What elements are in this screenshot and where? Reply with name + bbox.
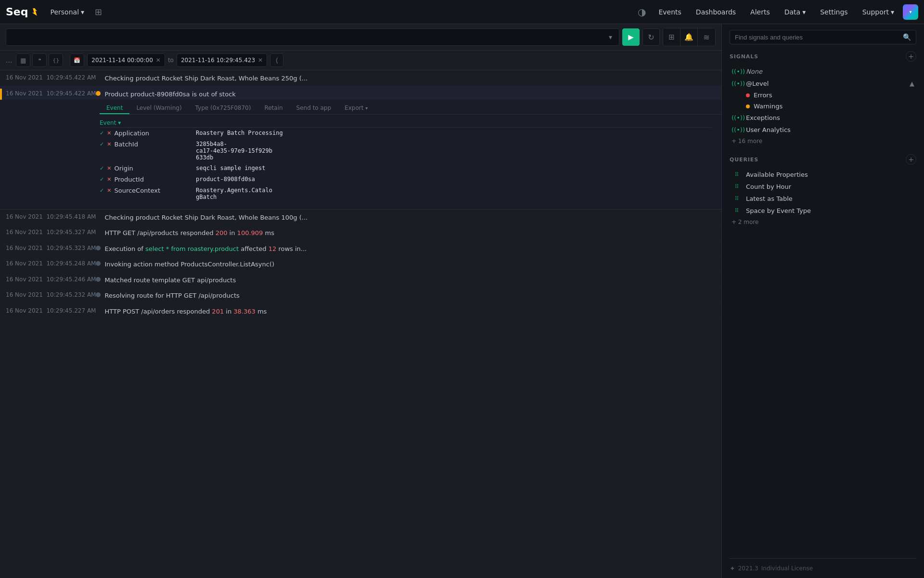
events-list: 16 Nov 2021 10:29:45.422 AM Checking pro… xyxy=(0,70,721,578)
event-message: HTTP GET /api/products responded 200 in … xyxy=(104,227,716,238)
wave-icon: ≋ xyxy=(703,33,709,42)
nav-dashboards[interactable]: Dashboards xyxy=(690,6,742,18)
query-item-count-by-hour[interactable]: ⠿ Count by Hour xyxy=(730,181,916,193)
signal-label: User Analytics xyxy=(746,126,914,133)
signals-search-input[interactable] xyxy=(735,34,903,41)
date-nav-btn[interactable]: ⟨ xyxy=(270,53,283,67)
nav-settings[interactable]: Settings xyxy=(814,6,853,18)
signal-item-exceptions[interactable]: ((•)) Exceptions xyxy=(730,112,916,124)
table-row[interactable]: 16 Nov 2021 10:29:45.422 AM Product prod… xyxy=(0,86,721,100)
quote-view-btn[interactable]: ❝ xyxy=(32,53,47,67)
ex-icon[interactable]: ✕ xyxy=(107,165,111,171)
signal-broadcast-icon: ((•)) xyxy=(732,114,742,121)
property-key: ✓ ✕ BatchId xyxy=(100,141,196,148)
signal-child-warnings[interactable]: Warnings xyxy=(744,101,916,112)
key-label: SourceContext xyxy=(114,187,160,194)
json-view-btn[interactable]: {} xyxy=(49,53,63,67)
theme-toggle-icon[interactable]: ◑ xyxy=(634,6,650,18)
nav-events[interactable]: Events xyxy=(653,6,687,18)
play-button[interactable]: ▶ xyxy=(622,28,640,46)
detail-properties: ✓ ✕ Application Roastery Batch Processin… xyxy=(100,128,712,202)
alert-btn[interactable]: 🔔 xyxy=(680,28,698,46)
tab-level[interactable]: Level (Warning) xyxy=(129,103,188,114)
ex-icon[interactable]: ✕ xyxy=(107,130,111,136)
query-item-latest-as-table[interactable]: ⠿ Latest as Table xyxy=(730,193,916,205)
check-icon[interactable]: ✓ xyxy=(100,187,104,194)
query-item-space-by-event-type[interactable]: ⠿ Space by Event Type xyxy=(730,205,916,217)
view-type-group: ⊞ 🔔 ≋ xyxy=(663,28,716,46)
chevron-up-icon[interactable]: ▲ xyxy=(910,80,914,87)
ex-icon[interactable]: ✕ xyxy=(107,141,111,147)
signals-section-title: SIGNALS xyxy=(730,53,758,60)
response-time: 38.363 xyxy=(233,308,256,315)
signal-label: Exceptions xyxy=(746,114,914,121)
event-timestamp: 16 Nov 2021 10:29:45.248 AM xyxy=(0,259,96,267)
event-col-header: Event ▾ xyxy=(100,119,121,126)
query-dropdown-btn[interactable]: ▾ xyxy=(607,33,614,41)
check-icon[interactable]: ✓ xyxy=(100,176,104,183)
check-icon[interactable]: ✓ xyxy=(100,165,104,171)
event-message: Checking product Rocket Ship Dark Roast,… xyxy=(104,73,716,83)
calendar-icon: 📅 xyxy=(74,57,80,64)
signal-level-group: ((•)) @Level ▲ Errors Warnings xyxy=(730,78,916,112)
gear-icon: ✦ xyxy=(730,565,735,572)
table-row[interactable]: 16 Nov 2021 10:29:45.327 AM HTTP GET /ap… xyxy=(0,225,721,241)
table-row[interactable]: 16 Nov 2021 10:29:45.422 AM Checking pro… xyxy=(0,70,721,86)
table-row[interactable]: 16 Nov 2021 10:29:45.232 AM Resolving ro… xyxy=(0,288,721,303)
from-date-clear-btn[interactable]: ✕ xyxy=(156,57,161,64)
queries-add-btn[interactable]: + xyxy=(906,154,916,165)
check-icon[interactable]: ✓ xyxy=(100,141,104,147)
ex-icon[interactable]: ✕ xyxy=(107,176,111,183)
signal-item-none[interactable]: ((•)) None xyxy=(730,66,916,78)
signal-broadcast-icon: ((•)) xyxy=(732,80,742,87)
tab-type[interactable]: Type (0x725F0870) xyxy=(189,103,258,114)
ex-icon[interactable]: ✕ xyxy=(107,187,111,194)
app-logo[interactable]: Seq xyxy=(6,6,39,18)
table-row[interactable]: 16 Nov 2021 10:29:45.248 AM Invoking act… xyxy=(0,256,721,272)
signals-add-btn[interactable]: + xyxy=(906,51,916,62)
tab-event[interactable]: Event xyxy=(100,103,129,114)
search-icon: 🔍 xyxy=(903,33,911,41)
loop-button[interactable]: ↻ xyxy=(642,28,660,46)
tab-retain[interactable]: Retain xyxy=(257,103,289,114)
user-avatar[interactable]: ▾ xyxy=(903,4,918,20)
signal-item-level[interactable]: ((•)) @Level ▲ xyxy=(730,78,916,90)
calendar-icon-btn[interactable]: 📅 xyxy=(70,53,84,67)
nav-alerts[interactable]: Alerts xyxy=(744,6,776,18)
nav-data[interactable]: Data ▾ xyxy=(779,6,811,18)
query-input[interactable] xyxy=(11,34,607,41)
warning-dot xyxy=(746,105,750,108)
query-label: Available Properties xyxy=(746,171,808,178)
key-label: Origin xyxy=(114,165,133,172)
workspace-selector[interactable]: Personal ▾ xyxy=(46,6,90,18)
signals-more-link[interactable]: + 16 more xyxy=(730,136,916,146)
view-buttons: ▦ ❝ {} xyxy=(16,53,63,67)
to-date-input[interactable]: 2021-11-16 10:29:45.423 ✕ xyxy=(177,53,267,67)
query-input-container[interactable]: ▾ xyxy=(6,28,619,46)
quote-icon: ❝ xyxy=(38,57,41,64)
detail-tabs: Event Level (Warning) Type (0x725F0870) … xyxy=(100,100,721,115)
to-date-value: 2021-11-16 10:29:45.423 xyxy=(181,57,255,64)
signal-item-user-analytics[interactable]: ((•)) User Analytics xyxy=(730,124,916,136)
query-item-available-properties[interactable]: ⠿ Available Properties xyxy=(730,169,916,181)
wave-btn[interactable]: ≋ xyxy=(698,28,715,46)
signals-search-container[interactable]: 🔍 xyxy=(730,30,916,44)
signal-child-errors[interactable]: Errors xyxy=(744,90,916,101)
tab-export[interactable]: Export ▾ xyxy=(338,103,374,114)
queries-more-link[interactable]: + 2 more xyxy=(730,217,916,227)
info-dot xyxy=(96,261,101,266)
from-date-input[interactable]: 2021-11-14 00:00:00 ✕ xyxy=(87,53,165,67)
table-row[interactable]: 16 Nov 2021 10:29:45.246 AM Matched rout… xyxy=(0,272,721,288)
tab-send-to-app[interactable]: Send to app xyxy=(290,103,338,114)
pin-icon[interactable]: ⊞ xyxy=(92,5,105,19)
grid-view-btn[interactable]: ⊞ xyxy=(663,28,680,46)
nav-support[interactable]: Support ▾ xyxy=(857,6,900,18)
table-row[interactable]: 16 Nov 2021 10:29:45.418 AM Checking pro… xyxy=(0,210,721,225)
query-grid-icon: ⠿ xyxy=(732,196,742,202)
check-icon[interactable]: ✓ xyxy=(100,130,104,136)
bar-chart-view-btn[interactable]: ▦ xyxy=(16,53,30,67)
list-item: ✓ ✕ Origin seqcli sample ingest xyxy=(100,163,712,174)
table-row[interactable]: 16 Nov 2021 10:29:45.227 AM HTTP POST /a… xyxy=(0,303,721,319)
table-row[interactable]: 16 Nov 2021 10:29:45.323 AM Execution of… xyxy=(0,241,721,257)
to-date-clear-btn[interactable]: ✕ xyxy=(258,57,263,64)
